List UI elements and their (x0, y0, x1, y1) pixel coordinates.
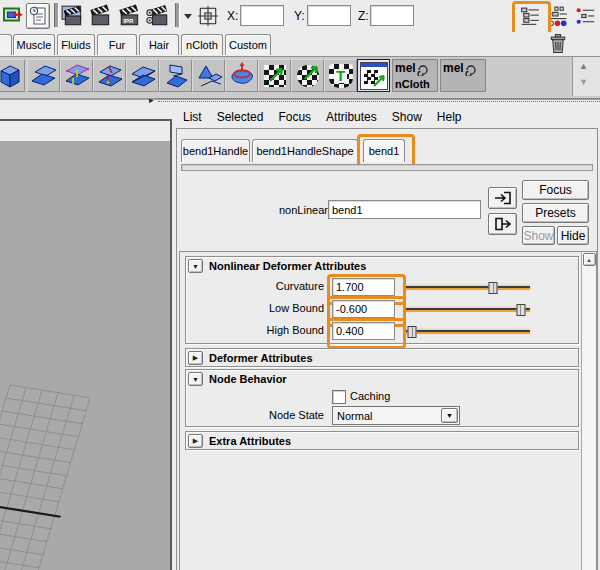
low-bound-label: Low Bound (186, 302, 324, 314)
attribute-editor-toggle-icon[interactable] (518, 5, 542, 28)
toolbar-separator[interactable] (175, 3, 180, 27)
pin-tab-button[interactable] (488, 187, 517, 209)
channel-box-toggle-icon[interactable] (574, 5, 598, 28)
section-header[interactable]: ▶ Deformer Attributes (186, 349, 578, 367)
node-state-label: Node State (186, 409, 324, 421)
hide-button[interactable]: Hide (557, 226, 589, 245)
z-coordinate-input[interactable] (370, 5, 414, 26)
menu-attributes[interactable]: Attributes (325, 108, 378, 126)
shelf-icon-poly-cube[interactable] (0, 59, 25, 92)
menu-help[interactable]: Help (436, 108, 463, 126)
tool-settings-toggle-icon[interactable] (546, 5, 570, 28)
render-current-frame-icon[interactable] (89, 4, 113, 28)
viewport-canvas[interactable] (0, 141, 170, 570)
curvature-field[interactable]: 1.700 (332, 278, 395, 296)
shelf-tab-fluids[interactable]: Fluids (57, 34, 95, 55)
section-node-behavior: ▼ Node Behavior Caching Node State Norma… (185, 369, 579, 427)
section-nonlinear-deformer-attributes: ▼ Nonlinear Deformer Attributes Curvatur… (185, 256, 579, 344)
render-view-icon[interactable] (61, 4, 85, 28)
expand-icon[interactable]: ▶ (188, 434, 203, 448)
shelf-icon-poly-plane-split[interactable] (126, 59, 159, 92)
nonlinear-name-input[interactable]: bend1 (328, 200, 481, 219)
mel-ncloth-label: nCloth (395, 79, 435, 90)
shelf-icon-mel[interactable]: mel (440, 59, 486, 92)
slider-handle[interactable] (489, 282, 498, 294)
shelf-icon-mel-ncloth[interactable]: mel nCloth (392, 59, 438, 92)
high-bound-field[interactable]: 0.400 (332, 322, 395, 340)
shelf-tab-fur[interactable]: Fur (97, 34, 137, 55)
viewport-panel (0, 119, 172, 570)
show-button[interactable]: Show (522, 226, 555, 245)
presets-button[interactable]: Presets (522, 203, 589, 223)
absolute-transform-icon[interactable] (197, 5, 219, 27)
shelf-icon-checker-ball[interactable] (291, 59, 324, 92)
dropdown-arrow-icon[interactable]: ▼ (441, 408, 458, 423)
scrollbar-up-icon[interactable]: ▲ (583, 253, 596, 266)
tab-bend1handle[interactable]: bend1Handle (181, 139, 250, 162)
shelf-icon-poly-planes-c[interactable] (93, 59, 126, 92)
input-mode-dropdown-icon[interactable] (183, 11, 193, 21)
render-settings-icon[interactable] (146, 4, 170, 28)
toolbar-separator[interactable] (54, 3, 59, 27)
tab-bend1handleshape[interactable]: bend1HandleShape (252, 139, 358, 162)
shelf-icon-poly-planes-b[interactable] (60, 59, 93, 92)
section-title: Extra Attributes (209, 435, 291, 447)
y-coordinate-input[interactable] (307, 5, 351, 26)
node-state-dropdown[interactable]: Normal ▼ (332, 406, 460, 425)
checker-pattern (297, 65, 319, 87)
shelf: T mel nCloth mel ▲ ▼ (0, 56, 600, 100)
low-bound-field[interactable]: -0.600 (332, 300, 395, 318)
focus-button[interactable]: Focus (522, 180, 589, 200)
shelf-icon-poly-planes-a[interactable] (27, 59, 60, 92)
slider-handle[interactable] (517, 304, 526, 316)
copy-tab-button[interactable] (488, 213, 517, 235)
shelf-icon-checker-flag[interactable] (258, 59, 291, 92)
expand-icon[interactable]: ▶ (188, 351, 203, 365)
history-document-icon[interactable] (26, 3, 50, 29)
shelf-icon-checker-t-shield[interactable]: T (324, 59, 357, 92)
shelf-icon-poly-extract[interactable] (159, 59, 192, 92)
checker-pattern (264, 65, 286, 87)
tab-bend1[interactable]: bend1 (363, 139, 405, 162)
pane-separator-arrow-icon[interactable]: ▸ (149, 95, 154, 105)
collapse-icon[interactable]: ▼ (188, 372, 203, 386)
shelf-tab-hair[interactable]: Hair (139, 34, 179, 55)
shelf-tab-ncloth[interactable]: nCloth (181, 34, 223, 55)
shelf-tab-muscle[interactable]: Muscle (13, 34, 55, 55)
tab-strip-scrollbar[interactable] (181, 164, 593, 171)
perspective-grid (0, 141, 170, 570)
section-header[interactable]: ▼ Node Behavior (186, 370, 578, 388)
shelf-icon-checker-window[interactable] (357, 59, 390, 92)
menu-list[interactable]: List (182, 108, 203, 126)
section-header[interactable]: ▼ Nonlinear Deformer Attributes (186, 257, 578, 275)
caching-checkbox[interactable] (332, 390, 346, 404)
menu-show[interactable]: Show (391, 108, 423, 126)
nonlinear-name-label: nonLinear: (279, 204, 321, 216)
menu-focus[interactable]: Focus (277, 108, 312, 126)
collapse-icon[interactable]: ▼ (188, 259, 203, 273)
curvature-label: Curvature (186, 280, 324, 292)
section-header[interactable]: ▶ Extra Attributes (186, 432, 578, 450)
ipr-render-icon[interactable]: IPR (118, 4, 142, 28)
pane-separator-handle[interactable] (158, 98, 600, 102)
shelf-tab-partial[interactable] (0, 34, 12, 55)
attributes-scrollbar[interactable]: ▲ (581, 252, 596, 570)
trash-icon[interactable] (548, 33, 568, 54)
low-bound-row: Low Bound -0.600 (186, 298, 578, 320)
high-bound-slider[interactable] (404, 330, 530, 332)
low-bound-slider[interactable] (404, 308, 530, 310)
shelf-scroll-down-icon[interactable]: ▼ (579, 77, 588, 87)
caching-label: Caching (350, 390, 390, 402)
render-region-icon[interactable] (3, 6, 23, 25)
section-title: Node Behavior (209, 373, 287, 385)
menu-selected[interactable]: Selected (216, 108, 265, 126)
shelf-icon-poly-cone-box[interactable] (192, 59, 225, 92)
shelf-icon-soft-mod[interactable] (225, 59, 258, 92)
high-bound-row: High Bound 0.400 (186, 320, 578, 342)
x-coordinate-input[interactable] (240, 5, 284, 26)
curvature-slider[interactable] (404, 286, 530, 288)
shelf-scroll-up-icon[interactable]: ▲ (579, 61, 588, 71)
script-swirl-icon (416, 62, 430, 76)
slider-handle[interactable] (407, 326, 416, 338)
shelf-tab-custom[interactable]: Custom (225, 34, 271, 55)
